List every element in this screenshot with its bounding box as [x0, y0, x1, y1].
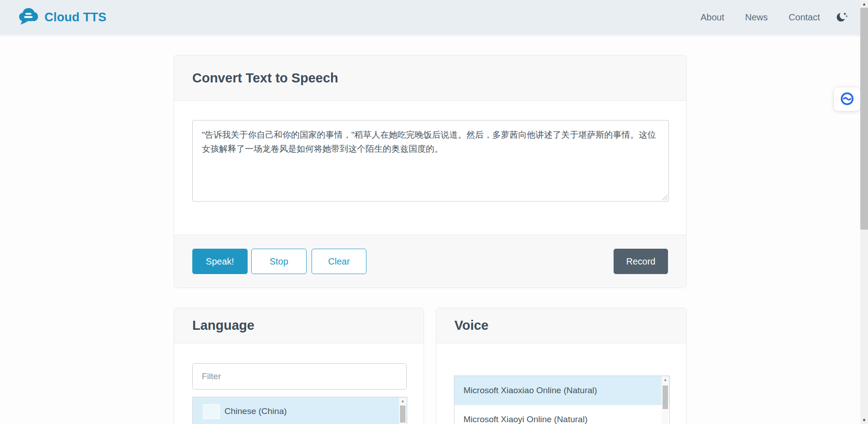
scrollbar-thumb[interactable]	[400, 405, 405, 423]
voice-item-label: Microsoft Xiaoxiao Online (Natural)	[463, 385, 597, 395]
tts-card-header: Convert Text to Speech	[174, 55, 686, 101]
cloud-tts-logo-icon	[18, 7, 39, 27]
nav-link-about[interactable]: About	[701, 12, 724, 23]
top-navbar: Cloud TTS About News Contact	[0, 0, 868, 34]
page-scrollbar-thumb[interactable]	[860, 8, 868, 230]
nav-link-contact[interactable]: Contact	[789, 12, 820, 23]
stop-button[interactable]: Stop	[251, 249, 307, 274]
scrollbar-thumb[interactable]	[663, 385, 668, 409]
nav-links: About News Contact	[701, 12, 820, 23]
voice-card-header: Voice	[436, 308, 686, 343]
scroll-up-arrow-icon[interactable]: ▲	[860, 0, 868, 8]
voice-list-scrollbar[interactable]: ▲	[662, 376, 669, 424]
voice-card-title: Voice	[454, 318, 488, 333]
tts-card-footer: Speak! Stop Clear Record	[174, 235, 686, 288]
language-card: Language Chinese (China) ▲	[174, 308, 424, 424]
voice-listbox: Microsoft Xiaoxiao Online (Natural) Micr…	[454, 376, 670, 424]
language-card-header: Language	[174, 308, 424, 343]
clear-button[interactable]: Clear	[312, 249, 366, 274]
voice-list-item[interactable]: Microsoft Xiaoxiao Online (Natural)	[454, 376, 669, 405]
tts-card: Convert Text to Speech "告诉我关于你自己和你的国家的事情…	[174, 55, 687, 288]
theme-toggle-button[interactable]	[834, 10, 850, 25]
language-filter-input[interactable]	[192, 363, 407, 390]
scroll-down-arrow-icon[interactable]: ▼	[860, 416, 868, 424]
moon-icon	[836, 10, 848, 24]
language-item-label: Chinese (China)	[224, 406, 287, 416]
page-title: Convert Text to Speech	[192, 71, 338, 86]
language-listbox: Chinese (China) ▲	[192, 397, 407, 424]
brand-title: Cloud TTS	[44, 10, 107, 24]
brand[interactable]: Cloud TTS	[18, 7, 107, 27]
speak-button[interactable]: Speak!	[192, 249, 248, 274]
voice-list-item[interactable]: Microsoft Xiaoyi Online (Natural)	[454, 405, 669, 424]
language-card-title: Language	[192, 318, 254, 333]
voice-card: Voice Microsoft Xiaoxiao Online (Natural…	[436, 308, 687, 424]
translate-wave-icon	[840, 92, 854, 107]
language-list-scrollbar[interactable]: ▲	[399, 398, 406, 424]
floating-translate-button[interactable]	[834, 87, 860, 111]
record-button[interactable]: Record	[614, 249, 668, 274]
scroll-up-arrow-icon[interactable]: ▲	[399, 398, 406, 405]
scroll-up-arrow-icon[interactable]: ▲	[662, 376, 669, 383]
language-list-item[interactable]: Chinese (China)	[193, 397, 407, 424]
flag-placeholder-icon	[203, 404, 220, 419]
voice-item-label: Microsoft Xiaoyi Online (Natural)	[463, 414, 587, 424]
tts-text-input[interactable]: "告诉我关于你自己和你的国家的事情，"稻草人在她吃完晚饭后说道。然后，多萝茜向他…	[192, 120, 669, 202]
page-scrollbar[interactable]: ▲ ▼	[860, 0, 868, 424]
nav-link-news[interactable]: News	[745, 12, 768, 23]
